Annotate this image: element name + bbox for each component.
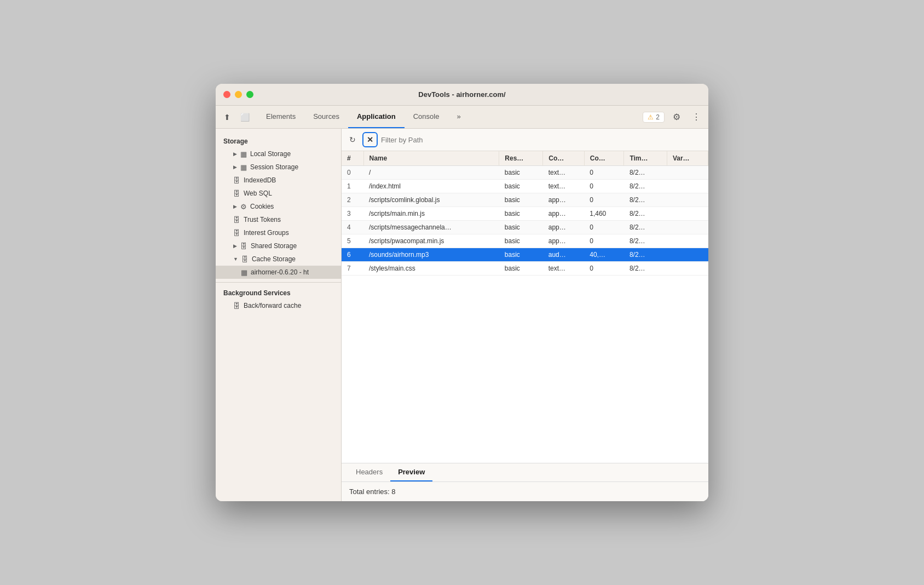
close-button[interactable] <box>223 91 230 98</box>
db-icon: 🗄 <box>233 216 240 224</box>
sidebar-item-label: airhorner-0.6.20 - ht <box>251 268 309 276</box>
sidebar-item-back-forward-cache[interactable]: 🗄 Back/forward cache <box>216 299 341 312</box>
db-icon: 🗄 <box>240 242 247 250</box>
total-entries: Total entries: 8 <box>349 487 396 496</box>
window-title: DevTools - airhorner.com/ <box>418 90 505 99</box>
arrow-open-icon: ▼ <box>233 256 238 262</box>
sidebar-item-label: Interest Groups <box>244 229 289 237</box>
titlebar: DevTools - airhorner.com/ <box>216 84 708 106</box>
col-co1: Co… <box>543 151 585 166</box>
grid-icon: ▦ <box>240 150 247 158</box>
storage-label: Storage <box>216 134 341 147</box>
toolbar-right: ⚠ 2 ⚙ ⋮ <box>643 110 704 125</box>
col-res: Res… <box>499 151 543 166</box>
warning-icon: ⚠ <box>648 113 654 121</box>
bg-services-label: Background Services <box>216 286 341 299</box>
sidebar-item-label: Trust Tokens <box>244 216 281 223</box>
table-row[interactable]: 2/scripts/comlink.global.jsbasicapp…08/2… <box>342 193 708 207</box>
tab-headers[interactable]: Headers <box>348 463 390 481</box>
toolbar-icons: ⬆ ⬜ <box>220 110 252 124</box>
minimize-button[interactable] <box>235 91 242 98</box>
db-icon: 🗄 <box>233 229 240 237</box>
table-row[interactable]: 0/basictext…08/2… <box>342 166 708 180</box>
arrow-icon: ▶ <box>233 151 237 157</box>
warning-badge[interactable]: ⚠ 2 <box>643 112 665 123</box>
sidebar-item-cache-entry[interactable]: ▦ airhorner-0.6.20 - ht <box>216 266 341 279</box>
sidebar-item-label: Web SQL <box>244 190 272 197</box>
sidebar-item-local-storage[interactable]: ▶ ▦ Local Storage <box>216 147 341 160</box>
col-co2: Co… <box>584 151 624 166</box>
grid-icon: ▦ <box>241 268 247 277</box>
pointer-icon[interactable]: ⬆ <box>220 110 234 124</box>
bottom-content: Total entries: 8 <box>342 482 708 501</box>
table-row[interactable]: 4/scripts/messagechannela…basicapp…08/2… <box>342 221 708 234</box>
arrow-icon: ▶ <box>233 204 237 209</box>
sidebar-item-cookies[interactable]: ▶ ⚙ Cookies <box>216 200 341 213</box>
tab-elements[interactable]: Elements <box>257 106 304 128</box>
filter-bar: ↻ ✕ <box>342 129 708 151</box>
tab-console[interactable]: Console <box>405 106 448 128</box>
sidebar-item-cache-storage[interactable]: ▼ 🗄 Cache Storage <box>216 253 341 266</box>
clear-filter-button[interactable]: ✕ <box>362 132 378 147</box>
sidebar-item-label: Cache Storage <box>252 255 296 263</box>
db-icon: 🗄 <box>241 255 249 263</box>
sidebar-item-label: Shared Storage <box>251 242 297 250</box>
sidebar-item-label: Cookies <box>250 203 274 210</box>
sidebar-item-session-storage[interactable]: ▶ ▦ Session Storage <box>216 160 341 174</box>
table-header-row: # Name Res… Co… Co… Tim… Var… <box>342 151 708 166</box>
sidebar-item-web-sql[interactable]: 🗄 Web SQL <box>216 187 341 200</box>
table-row[interactable]: 7/styles/main.cssbasictext…08/2… <box>342 262 708 276</box>
sidebar-item-label: IndexedDB <box>244 176 276 184</box>
inspect-icon[interactable]: ⬜ <box>238 110 252 124</box>
bottom-panel: Headers Preview Total entries: 8 <box>342 463 708 501</box>
cache-entries-table: # Name Res… Co… Co… Tim… Var… 0/basictex… <box>342 151 708 276</box>
cache-table: # Name Res… Co… Co… Tim… Var… 0/basictex… <box>342 151 708 463</box>
sidebar-item-trust-tokens[interactable]: 🗄 Trust Tokens <box>216 213 341 226</box>
sidebar-item-label: Back/forward cache <box>244 302 301 309</box>
sidebar-item-shared-storage[interactable]: ▶ 🗄 Shared Storage <box>216 239 341 253</box>
col-num: # <box>342 151 363 166</box>
tab-more[interactable]: » <box>448 106 469 128</box>
col-tim: Tim… <box>624 151 667 166</box>
devtools-window: DevTools - airhorner.com/ ⬆ ⬜ Elements S… <box>216 84 708 501</box>
db-icon: 🗄 <box>233 176 240 185</box>
col-name: Name <box>363 151 499 166</box>
table-row[interactable]: 5/scripts/pwacompat.min.jsbasicapp…08/2… <box>342 234 708 248</box>
content-area: ↻ ✕ # Name Res… Co… Co… Tim… V <box>342 129 708 501</box>
sidebar-item-interest-groups[interactable]: 🗄 Interest Groups <box>216 226 341 239</box>
bottom-tabs: Headers Preview <box>342 463 708 482</box>
warning-count: 2 <box>656 113 660 121</box>
db-icon: 🗄 <box>233 190 240 198</box>
table-row[interactable]: 3/scripts/main.min.jsbasicapp…1,4608/2… <box>342 207 708 221</box>
sidebar: Storage ▶ ▦ Local Storage ▶ ▦ Session St… <box>216 129 342 501</box>
tab-application[interactable]: Application <box>348 106 405 128</box>
table-row[interactable]: 1/index.htmlbasictext…08/2… <box>342 180 708 193</box>
traffic-lights <box>223 91 253 98</box>
sidebar-item-label: Local Storage <box>250 150 291 158</box>
more-menu-button[interactable]: ⋮ <box>689 110 704 125</box>
grid-icon: ▦ <box>240 163 247 171</box>
main-layout: Storage ▶ ▦ Local Storage ▶ ▦ Session St… <box>216 129 708 501</box>
sidebar-item-indexeddb[interactable]: 🗄 IndexedDB <box>216 174 341 187</box>
table-row[interactable]: 6/sounds/airhorn.mp3basicaud…40,…8/2… <box>342 248 708 262</box>
col-var: Var… <box>667 151 708 166</box>
filter-input[interactable] <box>381 136 704 144</box>
fullscreen-button[interactable] <box>246 91 253 98</box>
db-icon: 🗄 <box>233 302 240 310</box>
toolbar-tabs: Elements Sources Application Console » <box>257 106 470 128</box>
cookie-icon: ⚙ <box>240 203 247 211</box>
arrow-icon: ▶ <box>233 243 237 249</box>
settings-button[interactable]: ⚙ <box>669 110 684 125</box>
arrow-icon: ▶ <box>233 164 237 170</box>
toolbar: ⬆ ⬜ Elements Sources Application Console… <box>216 106 708 129</box>
refresh-button[interactable]: ↻ <box>346 133 359 146</box>
tab-sources[interactable]: Sources <box>304 106 348 128</box>
tab-preview[interactable]: Preview <box>390 463 432 481</box>
sidebar-item-label: Session Storage <box>250 163 298 171</box>
sidebar-divider <box>216 282 341 283</box>
